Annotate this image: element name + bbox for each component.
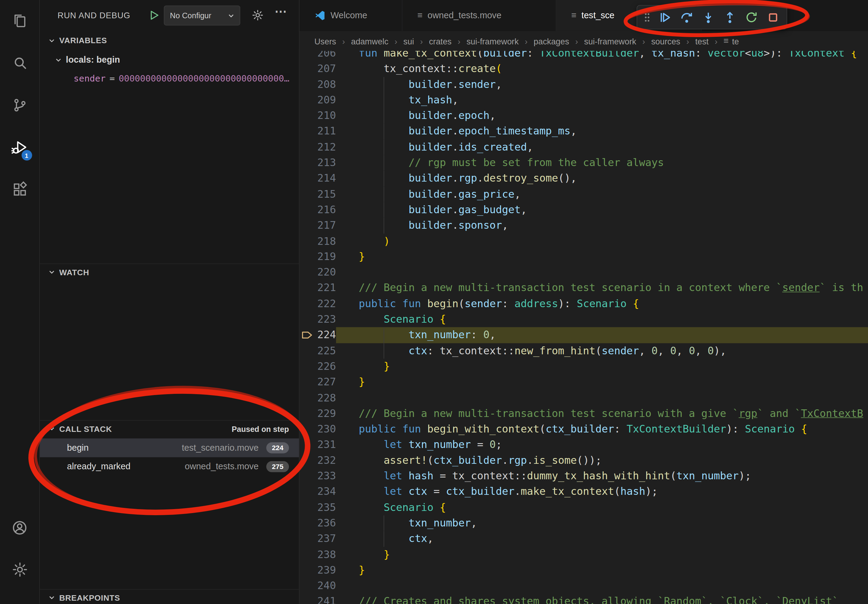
code-line[interactable]: 208 builder.sender, <box>299 77 868 93</box>
breadcrumb-item[interactable]: test <box>695 36 708 46</box>
gutter-margin[interactable] <box>299 155 315 171</box>
stop-button[interactable] <box>763 8 782 26</box>
tab-welcome[interactable]: Welcome <box>299 0 403 31</box>
code-line[interactable]: 216 builder.gas_budget, <box>299 202 868 218</box>
code-line[interactable]: 219} <box>299 249 868 265</box>
code-editor[interactable]: 206fun make_tx_context(builder: TxContex… <box>299 51 868 604</box>
code-line[interactable]: 207 tx_context::create( <box>299 61 868 77</box>
code-line[interactable]: 230public fun begin_with_context(ctx_bui… <box>299 421 868 437</box>
code-line[interactable]: 227} <box>299 375 868 390</box>
gutter-margin[interactable] <box>299 343 315 359</box>
code-line[interactable]: 209 tx_hash, <box>299 93 868 108</box>
gutter-margin[interactable] <box>299 562 315 578</box>
gutter-margin[interactable] <box>299 312 315 328</box>
gutter-margin[interactable] <box>299 51 315 61</box>
gutter-margin[interactable] <box>299 515 315 531</box>
call-stack-frame[interactable]: begintest_scenario.move224 <box>40 438 299 457</box>
gutter-margin[interactable] <box>299 186 315 202</box>
breadcrumb-item[interactable]: sui-framework <box>584 36 636 46</box>
accounts-icon[interactable] <box>6 514 33 541</box>
breadcrumb-item[interactable]: crates <box>429 36 451 46</box>
call-stack-section-header[interactable]: CALL STACK Paused on step <box>40 420 299 437</box>
code-line[interactable]: 217 builder.sponsor, <box>299 218 868 234</box>
gutter-margin[interactable] <box>299 359 315 375</box>
restart-button[interactable] <box>742 8 761 26</box>
extensions-icon[interactable] <box>6 176 33 203</box>
call-stack-frame[interactable]: already_markedowned_tests.move275 <box>40 457 299 476</box>
code-line[interactable]: 215 builder.gas_price, <box>299 186 868 202</box>
code-line[interactable]: 238 } <box>299 547 868 562</box>
watch-section-header[interactable]: WATCH <box>40 263 299 280</box>
gutter-margin[interactable] <box>299 280 315 296</box>
variable-row[interactable]: sender=0000000000000000000000000000000… <box>40 70 299 86</box>
more-actions-icon[interactable]: ⋯ <box>274 5 287 19</box>
gutter-margin[interactable] <box>299 77 315 93</box>
code-line[interactable]: 231 let txn_number = 0; <box>299 437 868 453</box>
gutter-margin[interactable] <box>299 547 315 562</box>
code-line[interactable]: 206fun make_tx_context(builder: TxContex… <box>299 51 868 61</box>
gutter-margin[interactable] <box>299 327 315 343</box>
gutter-margin[interactable] <box>299 375 315 390</box>
code-line[interactable]: 220 <box>299 265 868 280</box>
code-line[interactable]: 236 txn_number, <box>299 515 868 531</box>
gutter-margin[interactable] <box>299 484 315 500</box>
step-over-button[interactable] <box>677 8 696 26</box>
code-line[interactable]: 224 txn_number: 0, <box>299 327 868 343</box>
gutter-margin[interactable] <box>299 452 315 468</box>
breadcrumb-item[interactable]: Users <box>315 36 336 46</box>
gutter-margin[interactable] <box>299 170 315 186</box>
continue-button[interactable] <box>656 8 674 26</box>
gutter-margin[interactable] <box>299 531 315 547</box>
code-line[interactable]: 233 let hash = tx_context::dummy_tx_hash… <box>299 468 868 484</box>
gutter-margin[interactable] <box>299 249 315 265</box>
code-line[interactable]: 234 let ctx = ctx_builder.make_tx_contex… <box>299 484 868 500</box>
gutter-margin[interactable] <box>299 578 315 594</box>
explorer-icon[interactable] <box>6 8 33 34</box>
gutter-margin[interactable] <box>299 108 315 124</box>
code-line[interactable]: 229/// Begin a new multi-transaction tes… <box>299 406 868 421</box>
code-line[interactable]: 213 // rgp must be set from the caller a… <box>299 155 868 171</box>
breadcrumb-item[interactable]: adamwelc <box>351 36 388 46</box>
gutter-margin[interactable] <box>299 61 315 77</box>
gutter-margin[interactable] <box>299 233 315 249</box>
start-debugging-button[interactable] <box>149 9 160 21</box>
code-line[interactable]: 210 builder.epoch, <box>299 108 868 124</box>
gutter-margin[interactable] <box>299 93 315 108</box>
step-out-button[interactable] <box>720 8 739 26</box>
variables-scope-row[interactable]: locals: begin <box>40 52 299 68</box>
code-line[interactable]: 228 <box>299 390 868 406</box>
code-line[interactable]: 221/// Begin a new multi-transaction tes… <box>299 280 868 296</box>
gutter-margin[interactable] <box>299 296 315 312</box>
breadcrumb-item[interactable]: ≡te <box>724 36 739 46</box>
gutter-margin[interactable] <box>299 218 315 234</box>
code-line[interactable]: 239} <box>299 562 868 578</box>
breakpoints-section-header[interactable]: BREAKPOINTS <box>40 589 299 604</box>
gutter-margin[interactable] <box>299 421 315 437</box>
gutter-margin[interactable] <box>299 390 315 406</box>
gutter-margin[interactable] <box>299 124 315 139</box>
breadcrumb-item[interactable]: sui-framework <box>467 36 519 46</box>
gutter-margin[interactable] <box>299 437 315 453</box>
step-into-button[interactable] <box>699 8 718 26</box>
code-line[interactable]: 226 } <box>299 359 868 375</box>
gutter-margin[interactable] <box>299 202 315 218</box>
debug-gear-icon[interactable] <box>251 9 264 22</box>
code-line[interactable]: 212 builder.ids_created, <box>299 139 868 155</box>
gutter-margin[interactable] <box>299 468 315 484</box>
run-and-debug-icon[interactable]: 1 <box>6 134 33 160</box>
code-line[interactable]: 232 assert!(ctx_builder.rgp.is_some()); <box>299 452 868 468</box>
breadcrumb-item[interactable]: sources <box>651 36 680 46</box>
code-line[interactable]: 222public fun begin(sender: address): Sc… <box>299 296 868 312</box>
toolbar-drag-handle-icon[interactable] <box>642 8 653 26</box>
code-line[interactable]: 218 ) <box>299 233 868 249</box>
tab-owned-tests[interactable]: ≡ owned_tests.move <box>402 0 556 31</box>
code-line[interactable]: 235 Scenario { <box>299 500 868 516</box>
breadcrumb-item[interactable]: packages <box>534 36 569 46</box>
code-line[interactable]: 214 builder.rgp.destroy_some(), <box>299 170 868 186</box>
source-control-icon[interactable] <box>6 92 33 118</box>
code-line[interactable]: 225 ctx: tx_context::new_from_hint(sende… <box>299 343 868 359</box>
code-line[interactable]: 211 builder.epoch_timestamp_ms, <box>299 124 868 139</box>
gutter-margin[interactable] <box>299 500 315 516</box>
gutter-margin[interactable] <box>299 594 315 604</box>
variables-section-header[interactable]: VARIABLES <box>40 32 299 49</box>
